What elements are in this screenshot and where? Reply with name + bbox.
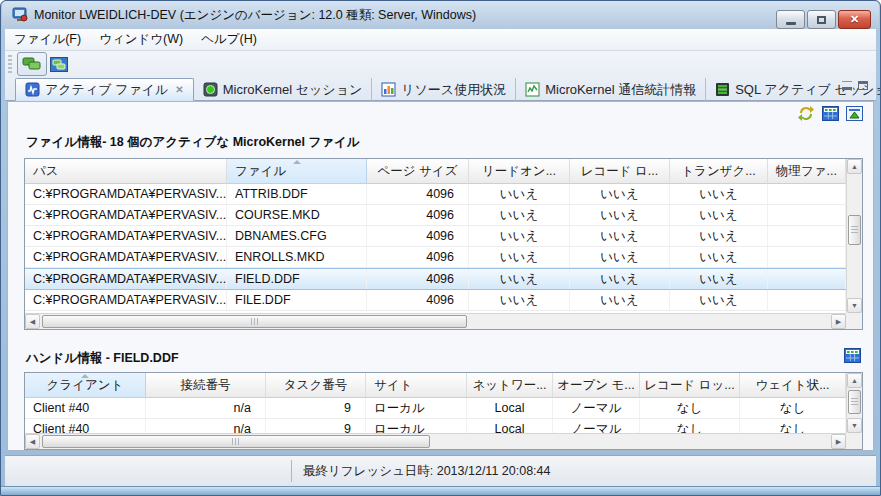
menu-window[interactable]: ウィンドウ(W) [90,29,192,50]
close-button[interactable]: ✕ [838,10,871,29]
column-header-wait-state[interactable]: ウェイト状... [740,373,846,398]
column-header-transaction[interactable]: トランザク... [670,159,768,184]
table-row[interactable]: C:¥PROGRAMDATA¥PERVASIV... COURSE.MKD 40… [25,205,846,226]
menu-file[interactable]: ファイル(F) [5,29,90,50]
status-bar: 最終リフレッシュ日時: 2013/12/11 20:08:44 [5,455,876,486]
cell-open-mode: ノーマル [553,419,640,433]
cell-client: Client #40 [25,419,146,433]
cell-physical [768,247,846,267]
scroll-corner [846,433,862,449]
scroll-left-icon[interactable]: ◀ [25,434,40,449]
vscroll-thumb[interactable] [848,215,861,245]
cell-wait-state: なし [740,419,846,433]
handle-table-hscrollbar[interactable]: ◀ ▶ [25,433,846,449]
cell-physical [768,269,846,289]
scroll-left-icon[interactable]: ◀ [25,314,40,329]
cell-physical [768,226,846,246]
show-columns-icon[interactable] [822,106,839,121]
cell-file: ENROLLS.MKD [227,247,367,267]
column-header-task[interactable]: タスク番号 [266,373,366,398]
active-files-icon [25,82,40,97]
cell-connection: n/a [146,419,266,433]
minimize-button[interactable] [776,10,805,29]
column-header-path[interactable]: パス [25,159,227,184]
minimize-icon [786,22,796,25]
cell-file: ATTRIB.DDF [227,184,367,204]
cell-record-lock: なし [640,398,740,418]
tab-comm-stats[interactable]: MicroKernel 通信統計情報 [516,78,706,101]
table-row[interactable]: C:¥PROGRAMDATA¥PERVASIV... ATTRIB.DDF 40… [25,184,846,205]
cell-physical [768,205,846,225]
column-header-client[interactable]: クライアント [25,373,146,398]
scroll-corner [846,313,862,329]
hscroll-thumb[interactable] [42,315,467,328]
window-title: Monitor LWEIDLICH-DEV (エンジンのバージョン: 12.0 … [34,7,476,24]
view-maximize-icon[interactable] [858,81,868,90]
sessions-icon [203,82,218,97]
scroll-down-icon[interactable]: ▼ [847,298,862,313]
cell-network: Local [467,419,553,433]
refresh-icon[interactable] [797,105,815,122]
column-header-page-size[interactable]: ページ サイズ [367,159,469,184]
handle-columns-icon[interactable] [844,348,861,363]
cell-page-size: 4096 [367,269,469,289]
cell-record-lock: いいえ [570,269,670,289]
restore-button[interactable] [807,10,836,29]
scroll-right-icon[interactable]: ▶ [831,314,846,329]
connect-button[interactable] [17,52,47,76]
app-icon [12,7,28,23]
column-header-connection[interactable]: 接続番号 [146,373,266,398]
cell-page-size: 4096 [367,205,469,225]
table-row[interactable]: Client #40 n/a 9 ローカル Local ノーマル なし なし [25,398,846,419]
column-header-record-lock[interactable]: レコード ロ... [570,159,670,184]
column-header-readonly[interactable]: リードオン... [469,159,570,184]
handle-table-vscrollbar[interactable]: ▲ ▼ [846,373,862,433]
tab-active-files[interactable]: アクティブ ファイル ✕ [15,78,194,101]
cell-readonly: いいえ [469,205,570,225]
file-table-hscrollbar[interactable]: ◀ ▶ [25,313,846,329]
cell-path: C:¥PROGRAMDATA¥PERVASIV... [25,205,227,225]
cell-client: Client #40 [25,398,146,418]
file-table-vscrollbar[interactable]: ▲ ▼ [846,159,862,313]
table-row-selected[interactable]: C:¥PROGRAMDATA¥PERVASIV... FIELD.DDF 409… [25,268,846,290]
scroll-right-icon[interactable]: ▶ [831,434,846,449]
menu-help[interactable]: ヘルプ(H) [192,29,266,50]
scroll-up-icon[interactable]: ▲ [847,159,862,174]
cell-page-size: 4096 [367,290,469,310]
cell-open-mode: ノーマル [553,398,640,418]
cell-path: C:¥PROGRAMDATA¥PERVASIV... [25,269,227,289]
last-refresh-label: 最終リフレッシュ日時: 2013/12/11 20:08:44 [303,463,550,480]
cell-page-size: 4096 [367,184,469,204]
hscroll-thumb[interactable] [42,435,430,448]
cell-task: 9 [266,398,366,418]
main-toolbar [5,51,876,77]
column-header-open-mode[interactable]: オープン モ... [553,373,640,398]
column-header-network[interactable]: ネットワー... [467,373,553,398]
connect-new-button[interactable] [47,52,71,76]
handle-panel-title: ハンドル情報 - FIELD.DDF [26,350,179,367]
table-row[interactable]: C:¥PROGRAMDATA¥PERVASIV... ENROLLS.MKD 4… [25,247,846,268]
collapse-panel-icon[interactable] [846,106,863,121]
connect-icon [21,56,43,72]
tab-close-icon[interactable]: ✕ [175,84,183,95]
cell-readonly: いいえ [469,226,570,246]
cell-wait-state: なし [740,398,846,418]
column-header-record-lock[interactable]: レコード ロッ... [640,373,740,398]
cell-physical [768,184,846,204]
cell-file: FILE.DDF [227,290,367,310]
column-header-site[interactable]: サイト [366,373,467,398]
column-header-physical-file[interactable]: 物理ファ... [768,159,846,184]
view-minimize-icon[interactable] [842,81,852,90]
tab-resource-usage[interactable]: リソース使用状況 [372,78,516,101]
vscroll-thumb[interactable] [848,390,861,414]
table-row[interactable]: Client #40 n/a 9 ローカル Local ノーマル なし なし [25,419,846,433]
menu-bar: ファイル(F) ウィンドウ(W) ヘルプ(H) [5,29,876,51]
table-row[interactable]: C:¥PROGRAMDATA¥PERVASIV... FILE.DDF 4096… [25,290,846,311]
column-header-file[interactable]: ファイル [227,159,367,184]
scroll-up-icon[interactable]: ▲ [847,373,862,388]
scroll-down-icon[interactable]: ▼ [847,418,862,433]
cell-record-lock: なし [640,419,740,433]
tab-microkernel-sessions[interactable]: MicroKernel セッション [194,78,373,101]
file-table: パス ファイル ページ サイズ リードオン... レコード ロ... トランザク… [24,158,863,330]
table-row[interactable]: C:¥PROGRAMDATA¥PERVASIV... DBNAMES.CFG 4… [25,226,846,247]
